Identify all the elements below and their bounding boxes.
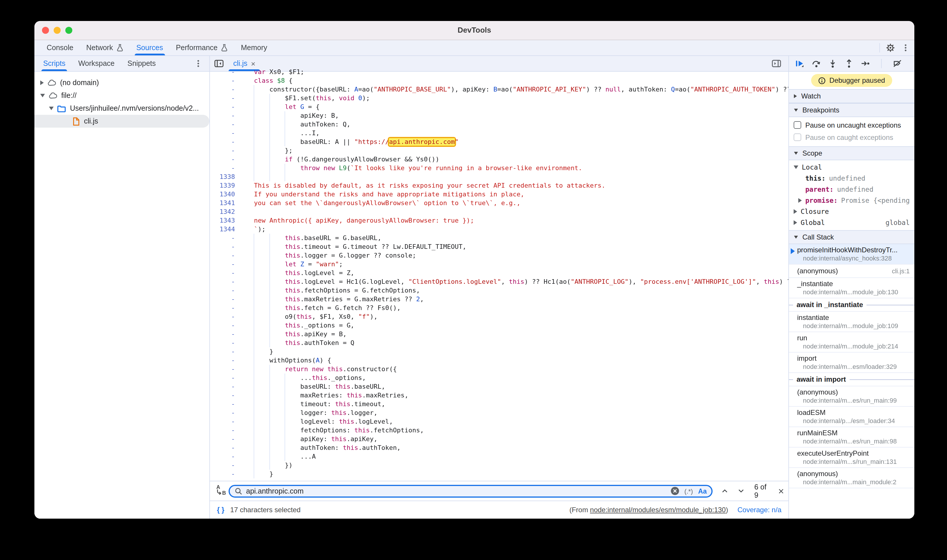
line-gutter[interactable]: - [210, 103, 235, 111]
tree-item-cli-js[interactable]: cli.js [34, 115, 209, 128]
pretty-print-icon[interactable]: { } [217, 506, 224, 514]
scope-prop-this[interactable]: this:undefined [789, 172, 915, 183]
line-gutter[interactable]: - [210, 146, 235, 155]
navigator-tab-scripts[interactable]: Scripts [37, 56, 72, 71]
tab-network[interactable]: Network [80, 40, 130, 55]
match-case-toggle[interactable]: Aa [698, 488, 707, 494]
line-gutter[interactable]: - [210, 417, 235, 426]
call-stack-frame[interactable]: importnode:internal/m...esm/loader:329 [789, 352, 915, 373]
next-match-icon[interactable] [738, 488, 744, 494]
line-gutter[interactable]: 1342 [210, 208, 235, 216]
call-stack-frame[interactable]: runMainESMnode:internal/m...es/run_main:… [789, 427, 915, 448]
tab-sources[interactable]: Sources [130, 40, 170, 55]
call-stack-frame[interactable]: executeUserEntryPointnode:internal/m...s… [789, 448, 915, 468]
line-gutter[interactable]: - [210, 68, 235, 76]
close-tab-icon[interactable]: × [251, 59, 255, 68]
regex-toggle[interactable]: (.*) [684, 488, 693, 494]
line-gutter[interactable]: - [210, 426, 235, 435]
code-area[interactable]: -var Xs0, $F1;-class $8 {-constructor({b… [210, 68, 788, 481]
scope-prop-promise[interactable]: promise:Promise {<pending>} [789, 195, 915, 206]
close-find-bar-icon[interactable] [779, 488, 784, 494]
line-gutter[interactable]: 1341 [210, 199, 235, 208]
clear-search-icon[interactable] [670, 486, 679, 495]
call-stack-frame[interactable]: instantiatenode:internal/m...module_job:… [789, 312, 915, 332]
tree-item-users-jinhuilee-nvm-versions-node-v2-[interactable]: Users/jinhuilee/.nvm/versions/node/v2... [34, 102, 209, 115]
section-breakpoints[interactable]: Breakpoints [789, 103, 915, 117]
line-gutter[interactable]: - [210, 260, 235, 269]
line-gutter[interactable]: - [210, 365, 235, 374]
checkbox[interactable] [794, 121, 801, 129]
step-over-icon[interactable] [812, 59, 821, 68]
line-gutter[interactable]: - [210, 330, 235, 338]
step-into-icon[interactable] [828, 59, 837, 68]
scope-prop-parent[interactable]: parent:undefined [789, 183, 915, 195]
line-gutter[interactable]: - [210, 286, 235, 295]
tab-memory[interactable]: Memory [234, 40, 273, 55]
line-gutter[interactable]: - [210, 85, 235, 94]
line-gutter[interactable]: - [210, 269, 235, 277]
line-gutter[interactable]: - [210, 461, 235, 470]
line-gutter[interactable]: - [210, 155, 235, 164]
line-gutter[interactable]: - [210, 129, 235, 137]
call-stack-frame[interactable]: (anonymous)node:internal/m...es/run_main… [789, 386, 915, 407]
line-gutter[interactable]: - [210, 76, 235, 85]
section-watch[interactable]: Watch [789, 89, 915, 103]
line-gutter[interactable]: - [210, 435, 235, 443]
coverage-link[interactable]: Coverage: n/a [737, 506, 781, 514]
line-gutter[interactable]: 1340 [210, 190, 235, 199]
line-gutter[interactable]: - [210, 452, 235, 461]
step-out-icon[interactable] [844, 59, 854, 68]
scope-group-local[interactable]: Local [789, 162, 915, 172]
navigator-kebab-menu-icon[interactable] [192, 57, 205, 70]
call-stack-frame[interactable]: (anonymous)node:internal/m...main_module… [789, 468, 915, 488]
line-gutter[interactable]: - [210, 443, 235, 452]
line-gutter[interactable]: 1343 [210, 216, 235, 225]
tab-performance[interactable]: Performance [170, 40, 234, 55]
tab-console[interactable]: Console [40, 40, 80, 55]
line-gutter[interactable]: - [210, 391, 235, 400]
call-stack-frame[interactable]: loadESMnode:internal/p.../esm_loader:34 [789, 407, 915, 427]
line-gutter[interactable]: - [210, 347, 235, 356]
line-gutter[interactable]: - [210, 242, 235, 251]
call-stack-frame[interactable]: promiseInitHookWithDestroyTr...node:inte… [789, 244, 915, 265]
line-gutter[interactable]: - [210, 312, 235, 321]
line-gutter[interactable]: - [210, 400, 235, 409]
resume-script-icon[interactable] [795, 59, 805, 68]
breakpoint-option[interactable]: Pause on uncaught exceptions [789, 119, 915, 131]
line-gutter[interactable]: - [210, 382, 235, 391]
line-gutter[interactable]: - [210, 277, 235, 286]
replace-toggle-icon[interactable]: AB [214, 485, 227, 497]
section-call-stack[interactable]: Call Stack [789, 230, 915, 244]
call-stack-frame[interactable]: (anonymous)cli.js:1 [789, 265, 915, 278]
source-mapping-link[interactable]: node:internal/modules/esm/module_job:130 [590, 506, 726, 514]
line-gutter[interactable]: - [210, 338, 235, 347]
navigator-tab-snippets[interactable]: Snippets [121, 56, 162, 71]
line-gutter[interactable]: - [210, 304, 235, 312]
call-stack-frame[interactable]: _instantiatenode:internal/m...module_job… [789, 278, 915, 298]
scope-group-closure[interactable]: Closure [789, 206, 915, 217]
line-gutter[interactable]: 1344 [210, 225, 235, 234]
call-stack-frame[interactable]: runnode:internal/m...module_job:214 [789, 332, 915, 352]
line-gutter[interactable]: 1339 [210, 181, 235, 190]
line-gutter[interactable]: - [210, 94, 235, 103]
line-gutter[interactable]: - [210, 164, 235, 172]
line-gutter[interactable]: - [210, 111, 235, 120]
section-scope[interactable]: Scope [789, 146, 915, 160]
tree-item-file-[interactable]: file:// [34, 89, 209, 102]
line-gutter[interactable]: - [210, 120, 235, 129]
line-gutter[interactable]: - [210, 295, 235, 304]
navigator-tab-workspace[interactable]: Workspace [72, 56, 121, 71]
settings-gear-icon[interactable] [884, 42, 897, 54]
line-gutter[interactable]: - [210, 409, 235, 417]
line-gutter[interactable]: - [210, 321, 235, 330]
scope-group-global[interactable]: Globalglobal [789, 217, 915, 228]
search-input[interactable]: api.anthropic.com (.*) Aa [228, 485, 713, 497]
line-gutter[interactable]: - [210, 137, 235, 146]
deactivate-breakpoints-icon[interactable] [893, 59, 902, 68]
line-gutter[interactable]: - [210, 356, 235, 365]
line-gutter[interactable]: 1338 [210, 172, 235, 181]
line-gutter[interactable]: - [210, 251, 235, 260]
step-icon[interactable] [861, 59, 870, 68]
previous-match-icon[interactable] [722, 488, 728, 494]
line-gutter[interactable]: - [210, 470, 235, 478]
